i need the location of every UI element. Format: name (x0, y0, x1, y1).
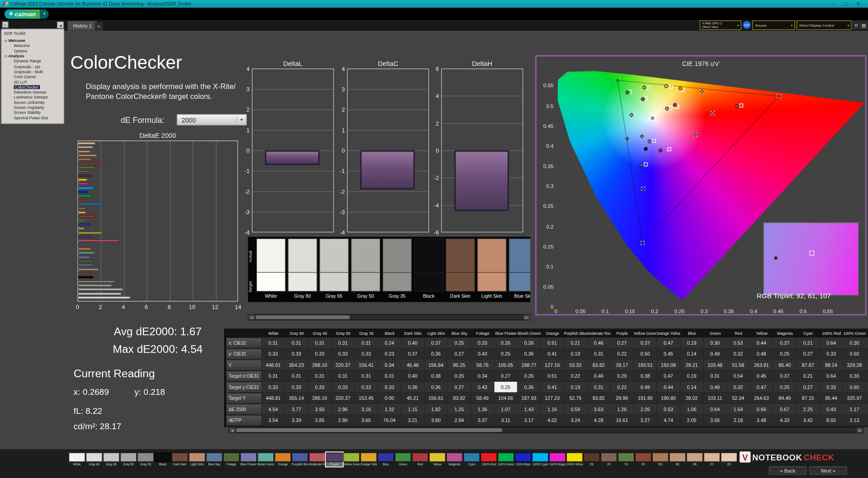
cell-deitp-moderate-red[interactable]: 4.28 (587, 415, 610, 426)
cell-deitp-purplish-blue[interactable]: 3.24 (564, 415, 587, 426)
cell-target-y-gray-35[interactable]: 153.45 (355, 393, 378, 403)
cell-x-cie31-moderate-red[interactable]: 0.46 (587, 337, 610, 348)
cell-target-y-cie31-dark-skin[interactable]: 0.36 (401, 382, 425, 393)
cell-target-x-cie31-gray-65[interactable]: 0.31 (308, 370, 331, 381)
cell-target-y-cie31-green[interactable]: 0.49 (703, 382, 726, 393)
cell-target-x-cie31-purplish-blue[interactable]: 0.22 (564, 370, 587, 381)
cell-e-2000-black[interactable]: 1.32 (378, 404, 401, 415)
cell-target-y-yellow-green[interactable]: 191.90 (634, 393, 657, 403)
sidebar-item-saturation-sweeps[interactable]: Saturation Sweeps (2, 89, 64, 94)
cell-x-cie31-purplish-blue[interactable]: 0.21 (564, 337, 587, 348)
cell-target-y-blue-sky[interactable]: 83.92 (448, 393, 471, 403)
cell-e-2000-magenta[interactable]: 0.67 (774, 404, 797, 415)
scrollbar-thumb[interactable] (236, 428, 502, 432)
cell-e-2000-orange[interactable]: 1.16 (541, 404, 564, 415)
tree-expander-icon[interactable]: ⊟ (5, 54, 7, 58)
patch-blue-sky[interactable]: Blue Sky (206, 453, 223, 467)
cell-y-cyan[interactable]: 87.87 (797, 360, 820, 370)
patch-2f[interactable]: 2F (601, 453, 618, 467)
sidebar-item-color-gamut[interactable]: Color Gamut (2, 74, 64, 79)
cell-target-y-cie31-bluish-green[interactable]: 0.36 (518, 382, 541, 393)
cell-target-y-cie31-purplish-blue[interactable]: 0.19 (564, 382, 587, 393)
patch-orange-yellow[interactable]: Orange Yellow (360, 453, 377, 467)
sidebar-item-analysis[interactable]: ⊟Analysis (2, 54, 64, 59)
cell-x-cie31-yellow[interactable]: 0.44 (750, 337, 773, 348)
row-label-x-cie31[interactable]: x: CIE31 (226, 337, 262, 348)
cell-deitp-gray-50[interactable]: 2.90 (331, 415, 354, 426)
cell-target-y-cie31-orange[interactable]: 0.41 (541, 382, 564, 393)
cell-x-cie31-gray-65[interactable]: 0.31 (308, 337, 331, 348)
calman-menu-button[interactable]: ✳ calman ▾ (5, 9, 49, 19)
patch-2e[interactable]: 2E (584, 453, 600, 467)
cell-y-blue[interactable]: 28.21 (680, 360, 703, 370)
cell-target-x-cie31-cyan[interactable]: 0.21 (797, 370, 820, 381)
patch-red[interactable]: Red (412, 453, 429, 467)
cell-y-cie31-yellow-green[interactable]: 0.50 (634, 348, 657, 359)
cell-y-white[interactable]: 448.81 (262, 360, 285, 370)
cell-deitp-blue[interactable]: 2.05 (680, 415, 703, 426)
cell-target-x-cie31-light-skin[interactable]: 0.38 (425, 370, 448, 381)
cell-target-x-cie31-green[interactable]: 0.31 (703, 370, 726, 381)
cell-y-yellow[interactable]: 263.81 (750, 360, 773, 370)
cell-target-y-100-red[interactable]: 95.44 (820, 393, 843, 403)
cell-e-2000-100-blue[interactable]: 0.80 (866, 404, 868, 415)
cell-y-cie31-moderate-red[interactable]: 0.31 (587, 348, 610, 359)
cell-y-light-skin[interactable]: 156.84 (425, 360, 448, 370)
cell-target-y-purplish-blue[interactable]: 52.75 (564, 393, 587, 403)
cell-e-2000-orange-yellow[interactable]: 0.53 (657, 404, 680, 415)
cell-y-cie31-purplish-blue[interactable]: 0.19 (564, 348, 587, 359)
cell-y-cie31-yellow[interactable]: 0.48 (750, 348, 773, 359)
settings-gear-icon[interactable]: ⚙ (853, 21, 860, 29)
cell-target-y-black[interactable]: 0.00 (378, 393, 401, 403)
row-label-target-y[interactable]: Target Y (226, 393, 262, 403)
cell-y-blue-sky[interactable]: 85.25 (448, 360, 471, 370)
cell-y-gray-35[interactable]: 156.41 (355, 360, 378, 370)
cell-deitp-orange[interactable]: 4.02 (541, 415, 564, 426)
patch-2d[interactable]: 2D (721, 453, 737, 467)
scrollbar-thumb[interactable] (256, 315, 350, 319)
cell-e-2000-cyan[interactable]: 2.25 (797, 404, 820, 415)
cell-y-purple[interactable]: 28.17 (611, 360, 634, 370)
cell-deitp-gray-35[interactable]: 3.65 (355, 415, 378, 426)
cell-e-2000-moderate-red[interactable]: 3.63 (587, 404, 610, 415)
cell-target-y-purple[interactable]: 29.96 (611, 393, 634, 403)
cell-x-cie31-yellow-green[interactable]: 0.37 (634, 337, 657, 348)
source-dropdown[interactable]: Source ▾ (752, 20, 795, 30)
cell-target-y-cie31-cyan[interactable]: 0.27 (797, 382, 820, 393)
cell-y-gray-80[interactable]: 354.23 (285, 360, 308, 370)
cell-y-cie31-orange-yellow[interactable]: 0.45 (657, 348, 680, 359)
patch-100-cyan[interactable]: 100% Cyan (532, 453, 549, 467)
patch-moderate-red[interactable]: Moderate Red (309, 453, 326, 467)
cell-x-cie31-orange-yellow[interactable]: 0.47 (657, 337, 680, 348)
cell-target-y-cie31-purple[interactable]: 0.22 (611, 382, 634, 393)
minimize-button[interactable]: – (833, 1, 835, 6)
cell-y-cie31-red[interactable]: 0.32 (727, 348, 750, 359)
scroll-right-icon[interactable]: ▶ (524, 315, 529, 320)
cell-x-cie31-light-skin[interactable]: 0.37 (425, 337, 448, 348)
cell-target-y-100-green[interactable]: 320.97 (843, 393, 866, 403)
cell-deitp-orange-yellow[interactable]: 4.74 (657, 415, 680, 426)
cell-target-y-cie31-orange-yellow[interactable]: 0.44 (657, 382, 680, 393)
cell-target-x-cie31-gray-80[interactable]: 0.31 (285, 370, 308, 381)
patch-dark-skin[interactable]: Dark Skin (172, 453, 189, 467)
cell-target-y-dark-skin[interactable]: 45.21 (401, 393, 425, 403)
patch-green[interactable]: Green (395, 453, 411, 467)
cell-y-blue-flower[interactable]: 105.05 (494, 360, 517, 370)
patch-6e[interactable]: 6E (669, 453, 686, 467)
cell-deitp-dark-skin[interactable]: 3.21 (401, 415, 425, 426)
cell-target-x-cie31-blue-sky[interactable]: 0.25 (448, 370, 471, 381)
patch-blue[interactable]: Blue (377, 453, 394, 467)
patch-yellow-green[interactable]: Yellow Green (343, 453, 360, 467)
sidebar-item-screen-uniformity[interactable]: Screen Uniformity (2, 100, 64, 105)
cell-target-y-cyan[interactable]: 87.15 (797, 393, 820, 403)
patch-7g[interactable]: 7G (618, 453, 635, 467)
row-label-deitp[interactable]: dEITP (226, 415, 262, 426)
cell-y-foliage[interactable]: 58.76 (471, 360, 494, 370)
scroll-right-icon[interactable]: ▶ (857, 428, 863, 433)
cell-target-y-magenta[interactable]: 84.49 (774, 393, 797, 403)
back-button[interactable]: « Back (769, 466, 807, 474)
cell-deitp-blue-sky[interactable]: 2.94 (448, 415, 471, 426)
cell-target-y-cie31-red[interactable]: 0.32 (727, 382, 750, 393)
cell-y-cie31-light-skin[interactable]: 0.36 (425, 348, 448, 359)
cell-target-x-cie31-black[interactable]: 0.31 (378, 370, 401, 381)
